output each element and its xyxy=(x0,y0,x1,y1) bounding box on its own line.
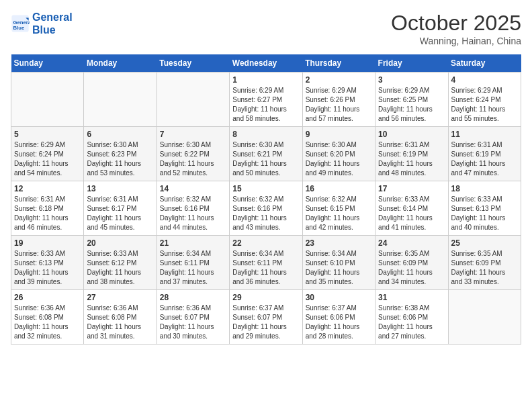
day-info: Sunrise: 6:29 AMSunset: 6:26 PMDaylight:… xyxy=(306,86,372,124)
calendar-week-row: 12Sunrise: 6:31 AMSunset: 6:18 PMDayligh… xyxy=(11,181,521,236)
day-info: Sunrise: 6:33 AMSunset: 6:12 PMDaylight:… xyxy=(87,249,153,287)
day-info: Sunrise: 6:37 AMSunset: 6:07 PMDaylight:… xyxy=(232,304,299,341)
day-info: Sunrise: 6:33 AMSunset: 6:13 PMDaylight:… xyxy=(14,249,81,287)
calendar-cell: 29Sunrise: 6:37 AMSunset: 6:07 PMDayligh… xyxy=(230,290,302,345)
calendar-cell: 7Sunrise: 6:30 AMSunset: 6:22 PMDaylight… xyxy=(157,127,229,181)
day-number: 5 xyxy=(14,130,81,139)
day-number: 16 xyxy=(306,184,372,193)
day-number: 26 xyxy=(14,293,81,302)
day-number: 4 xyxy=(451,75,518,85)
title-block: October 2025 Wanning, Hainan, China xyxy=(391,11,521,46)
day-number: 23 xyxy=(306,238,372,248)
calendar-cell: 20Sunrise: 6:33 AMSunset: 6:12 PMDayligh… xyxy=(84,236,157,290)
day-number: 9 xyxy=(306,130,372,139)
day-info: Sunrise: 6:35 AMSunset: 6:09 PMDaylight:… xyxy=(378,249,445,287)
day-info: Sunrise: 6:37 AMSunset: 6:06 PMDaylight:… xyxy=(306,304,372,341)
logo-icon: General Blue xyxy=(11,14,30,33)
day-number: 13 xyxy=(87,184,153,193)
day-number: 29 xyxy=(232,293,299,302)
calendar-cell: 30Sunrise: 6:37 AMSunset: 6:06 PMDayligh… xyxy=(302,290,375,345)
day-number: 25 xyxy=(451,238,518,248)
day-number: 17 xyxy=(378,184,445,193)
day-info: Sunrise: 6:35 AMSunset: 6:09 PMDaylight:… xyxy=(451,249,518,287)
day-info: Sunrise: 6:29 AMSunset: 6:27 PMDaylight:… xyxy=(232,86,299,124)
weekday-header-wednesday: Wednesday xyxy=(230,54,302,73)
day-info: Sunrise: 6:38 AMSunset: 6:06 PMDaylight:… xyxy=(378,304,445,341)
day-info: Sunrise: 6:29 AMSunset: 6:24 PMDaylight:… xyxy=(14,140,81,178)
day-info: Sunrise: 6:36 AMSunset: 6:08 PMDaylight:… xyxy=(87,304,153,341)
day-number: 21 xyxy=(160,238,226,248)
calendar-cell: 23Sunrise: 6:34 AMSunset: 6:10 PMDayligh… xyxy=(302,236,375,290)
day-number: 10 xyxy=(378,130,445,139)
weekday-header-thursday: Thursday xyxy=(302,54,375,73)
weekday-header-saturday: Saturday xyxy=(448,54,521,73)
calendar-cell: 19Sunrise: 6:33 AMSunset: 6:13 PMDayligh… xyxy=(11,236,84,290)
day-number: 20 xyxy=(87,238,153,248)
day-number: 19 xyxy=(14,238,81,248)
weekday-header-friday: Friday xyxy=(375,54,448,73)
calendar-cell: 11Sunrise: 6:31 AMSunset: 6:19 PMDayligh… xyxy=(448,127,521,181)
calendar-cell: 25Sunrise: 6:35 AMSunset: 6:09 PMDayligh… xyxy=(448,236,521,290)
day-number: 12 xyxy=(14,184,81,193)
day-info: Sunrise: 6:32 AMSunset: 6:16 PMDaylight:… xyxy=(160,195,226,232)
calendar-week-row: 26Sunrise: 6:36 AMSunset: 6:08 PMDayligh… xyxy=(11,290,521,345)
day-number: 18 xyxy=(451,184,518,193)
calendar-week-row: 5Sunrise: 6:29 AMSunset: 6:24 PMDaylight… xyxy=(11,127,521,181)
calendar-week-row: 19Sunrise: 6:33 AMSunset: 6:13 PMDayligh… xyxy=(11,236,521,290)
day-number: 3 xyxy=(378,75,445,85)
day-info: Sunrise: 6:29 AMSunset: 6:24 PMDaylight:… xyxy=(451,86,518,124)
calendar-cell: 2Sunrise: 6:29 AMSunset: 6:26 PMDaylight… xyxy=(302,73,375,127)
logo-line2: Blue xyxy=(32,24,73,36)
page-header: General Blue General Blue October 2025 W… xyxy=(11,11,521,46)
calendar-cell xyxy=(157,73,229,127)
day-info: Sunrise: 6:33 AMSunset: 6:14 PMDaylight:… xyxy=(378,195,445,232)
svg-text:Blue: Blue xyxy=(13,25,25,31)
calendar-cell: 12Sunrise: 6:31 AMSunset: 6:18 PMDayligh… xyxy=(11,181,84,236)
weekday-header-monday: Monday xyxy=(84,54,157,73)
day-number: 27 xyxy=(87,293,153,302)
calendar-cell: 1Sunrise: 6:29 AMSunset: 6:27 PMDaylight… xyxy=(230,73,302,127)
day-info: Sunrise: 6:30 AMSunset: 6:21 PMDaylight:… xyxy=(232,140,299,178)
calendar-cell xyxy=(11,73,84,127)
day-number: 30 xyxy=(306,293,372,302)
calendar-cell: 17Sunrise: 6:33 AMSunset: 6:14 PMDayligh… xyxy=(375,181,448,236)
day-info: Sunrise: 6:33 AMSunset: 6:13 PMDaylight:… xyxy=(451,195,518,232)
logo: General Blue General Blue xyxy=(11,11,73,36)
location-subtitle: Wanning, Hainan, China xyxy=(391,36,521,46)
calendar-cell: 26Sunrise: 6:36 AMSunset: 6:08 PMDayligh… xyxy=(11,290,84,345)
day-info: Sunrise: 6:32 AMSunset: 6:16 PMDaylight:… xyxy=(232,195,299,232)
weekday-header-sunday: Sunday xyxy=(11,54,84,73)
day-number: 2 xyxy=(306,75,372,85)
day-info: Sunrise: 6:34 AMSunset: 6:11 PMDaylight:… xyxy=(232,249,299,287)
calendar-cell: 5Sunrise: 6:29 AMSunset: 6:24 PMDaylight… xyxy=(11,127,84,181)
calendar-cell: 13Sunrise: 6:31 AMSunset: 6:17 PMDayligh… xyxy=(84,181,157,236)
day-info: Sunrise: 6:31 AMSunset: 6:18 PMDaylight:… xyxy=(14,195,81,232)
day-info: Sunrise: 6:31 AMSunset: 6:17 PMDaylight:… xyxy=(87,195,153,232)
calendar-cell: 10Sunrise: 6:31 AMSunset: 6:19 PMDayligh… xyxy=(375,127,448,181)
weekday-header-row: SundayMondayTuesdayWednesdayThursdayFrid… xyxy=(11,54,521,73)
day-info: Sunrise: 6:29 AMSunset: 6:25 PMDaylight:… xyxy=(378,86,445,124)
day-number: 28 xyxy=(160,293,226,302)
day-info: Sunrise: 6:30 AMSunset: 6:20 PMDaylight:… xyxy=(306,140,372,178)
day-number: 1 xyxy=(232,75,299,85)
day-number: 15 xyxy=(232,184,299,193)
calendar-cell: 21Sunrise: 6:34 AMSunset: 6:11 PMDayligh… xyxy=(157,236,229,290)
calendar-week-row: 1Sunrise: 6:29 AMSunset: 6:27 PMDaylight… xyxy=(11,73,521,127)
calendar-cell: 31Sunrise: 6:38 AMSunset: 6:06 PMDayligh… xyxy=(375,290,448,345)
day-info: Sunrise: 6:31 AMSunset: 6:19 PMDaylight:… xyxy=(378,140,445,178)
logo-line1: General xyxy=(32,11,73,24)
calendar-cell: 24Sunrise: 6:35 AMSunset: 6:09 PMDayligh… xyxy=(375,236,448,290)
day-info: Sunrise: 6:36 AMSunset: 6:07 PMDaylight:… xyxy=(160,304,226,341)
day-info: Sunrise: 6:30 AMSunset: 6:23 PMDaylight:… xyxy=(87,140,153,178)
calendar-cell: 18Sunrise: 6:33 AMSunset: 6:13 PMDayligh… xyxy=(448,181,521,236)
calendar-cell: 9Sunrise: 6:30 AMSunset: 6:20 PMDaylight… xyxy=(302,127,375,181)
calendar-cell xyxy=(84,73,157,127)
day-number: 24 xyxy=(378,238,445,248)
calendar-cell: 15Sunrise: 6:32 AMSunset: 6:16 PMDayligh… xyxy=(230,181,302,236)
day-info: Sunrise: 6:34 AMSunset: 6:11 PMDaylight:… xyxy=(160,249,226,287)
day-info: Sunrise: 6:30 AMSunset: 6:22 PMDaylight:… xyxy=(160,140,226,178)
day-number: 8 xyxy=(232,130,299,139)
calendar-cell xyxy=(448,290,521,345)
calendar-cell: 14Sunrise: 6:32 AMSunset: 6:16 PMDayligh… xyxy=(157,181,229,236)
day-number: 31 xyxy=(378,293,445,302)
